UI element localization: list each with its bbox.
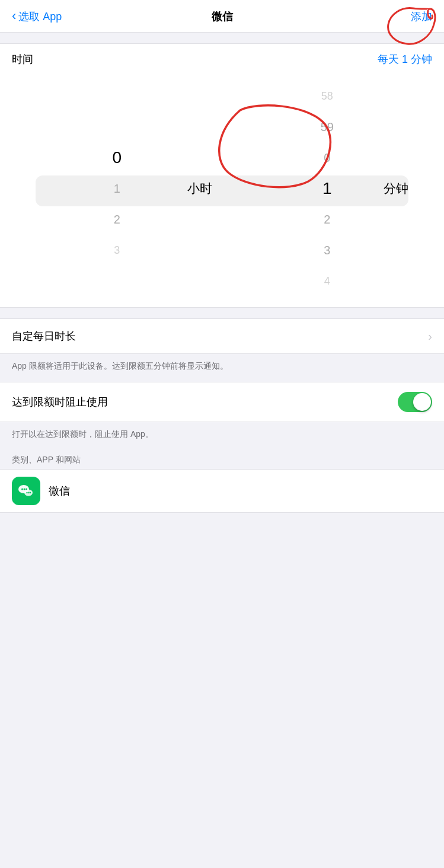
picker-num-min-58[interactable]: 58 xyxy=(304,81,351,111)
picker-num-min-4[interactable]: 4 xyxy=(304,266,351,296)
block-info: 打开以在达到限额时，阻止使用 App。 xyxy=(0,422,444,450)
picker-num-min-2[interactable]: 2 xyxy=(304,204,351,235)
picker-num-hour-1[interactable]: 1 xyxy=(93,173,140,204)
toggle-knob xyxy=(413,393,431,411)
custom-label: 自定每日时长 xyxy=(12,329,76,343)
block-row: 达到限额时阻止使用 xyxy=(0,382,444,422)
picker-num-min-3[interactable]: 3 xyxy=(304,235,351,266)
hours-numbers: 0 1 2 3 xyxy=(12,81,222,266)
block-label: 达到限额时阻止使用 xyxy=(12,395,108,409)
picker-inner: 0 1 2 3 小时 58 59 0 1 2 3 4 xyxy=(12,81,432,296)
wechat-app-row: 微信 xyxy=(0,470,444,512)
wechat-logo-svg xyxy=(17,481,36,500)
svg-point-7 xyxy=(30,492,31,493)
svg-point-1 xyxy=(21,489,23,490)
custom-row[interactable]: 自定每日时长 › xyxy=(0,319,444,353)
block-section: 达到限额时阻止使用 xyxy=(0,382,444,422)
navigation-bar: ‹ 选取 App 微信 添加 xyxy=(0,0,444,33)
apps-section: 微信 xyxy=(0,469,444,513)
wechat-name: 微信 xyxy=(49,484,70,498)
add-button[interactable]: 添加 xyxy=(411,9,432,24)
custom-section: 自定每日时长 › xyxy=(0,318,444,354)
chevron-left-icon: ‹ xyxy=(12,9,16,23)
picker-num-hour-placeholder2 xyxy=(93,111,140,142)
picker-num-hour-2[interactable]: 2 xyxy=(93,204,140,235)
chevron-right-icon: › xyxy=(428,330,432,343)
time-row: 时间 每天 1 分钟 xyxy=(12,44,432,75)
picker-num-min-59[interactable]: 59 xyxy=(304,111,351,142)
svg-point-6 xyxy=(28,492,29,493)
time-label: 时间 xyxy=(12,52,33,66)
time-value: 每天 1 分钟 xyxy=(378,52,432,66)
picker-num-min-1[interactable]: 1 xyxy=(304,173,351,204)
picker-num-hour-3[interactable]: 3 xyxy=(93,235,140,266)
back-label: 选取 App xyxy=(18,9,62,24)
picker-num-hour-0[interactable]: 0 xyxy=(93,142,140,173)
time-section: 时间 每天 1 分钟 0 1 2 3 小时 58 xyxy=(0,43,444,308)
block-toggle[interactable] xyxy=(398,392,432,412)
svg-point-5 xyxy=(26,492,27,493)
svg-point-2 xyxy=(24,489,25,490)
picker-num-hour-placeholder xyxy=(93,81,140,111)
category-label: 类别、APP 和网站 xyxy=(0,450,444,469)
wechat-icon xyxy=(12,477,40,505)
time-picker[interactable]: 0 1 2 3 小时 58 59 0 1 2 3 4 xyxy=(12,75,432,307)
hours-unit-label: 小时 xyxy=(187,180,212,197)
mins-unit-label: 分钟 xyxy=(384,180,408,197)
picker-num-min-0[interactable]: 0 xyxy=(304,142,351,173)
app-limit-info: App 限额将适用于此设备。达到限额五分钟前将显示通知。 xyxy=(0,354,444,382)
page-title: 微信 xyxy=(212,9,233,24)
back-button[interactable]: ‹ 选取 App xyxy=(12,9,62,24)
